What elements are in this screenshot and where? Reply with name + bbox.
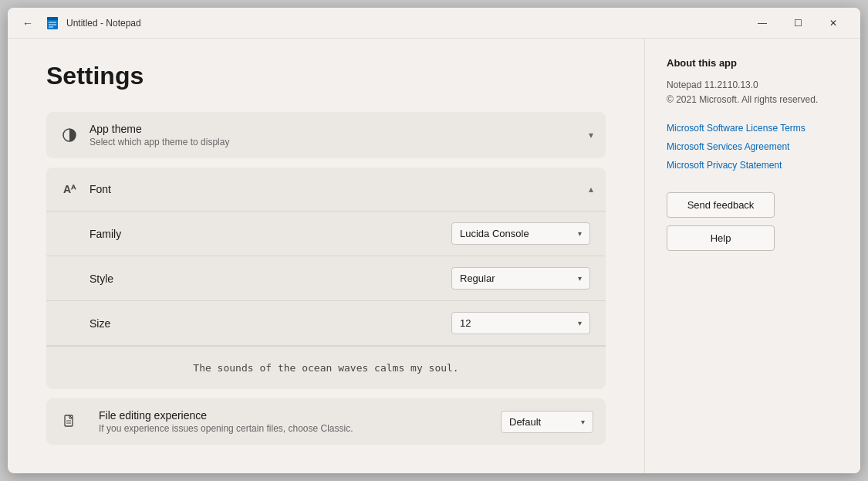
- app-icon: [45, 15, 60, 31]
- back-button[interactable]: ←: [17, 12, 39, 34]
- font-family-dropdown[interactable]: Lucida Console ▾: [451, 222, 590, 245]
- font-info: Font: [90, 183, 589, 195]
- font-size-label: Size: [90, 317, 451, 330]
- font-style-row: Style Regular ▾: [46, 256, 606, 301]
- window-controls: — ☐ ✕: [745, 11, 851, 36]
- font-size-dropdown[interactable]: 12 ▾: [451, 312, 590, 334]
- font-title: Font: [90, 183, 589, 195]
- font-size-dropdown-arrow-icon: ▾: [578, 319, 582, 327]
- file-editing-subtitle: If you experience issues opening certain…: [99, 423, 501, 434]
- about-version: Notepad 11.2110.13.0 © 2021 Microsoft. A…: [667, 78, 839, 107]
- font-preview-text: The sounds of the ocean waves calms my s…: [193, 362, 458, 374]
- privacy-statement-link[interactable]: Microsoft Privacy Statement: [667, 160, 839, 171]
- app-theme-section: App theme Select which app theme to disp…: [46, 112, 606, 158]
- font-chevron-icon: ▴: [589, 184, 593, 195]
- font-family-row: Family Lucida Console ▾: [46, 212, 606, 256]
- maximize-button[interactable]: ☐: [780, 11, 816, 36]
- close-button[interactable]: ✕: [816, 11, 851, 36]
- font-style-dropdown-arrow-icon: ▾: [578, 274, 582, 283]
- app-theme-chevron-icon: ▾: [589, 130, 593, 141]
- app-theme-subtitle: Select which app theme to display: [90, 137, 589, 147]
- file-editing-section: File editing experience If you experienc…: [46, 398, 606, 445]
- font-section: Aᴬ Font ▴ Family Lucida Console ▾: [46, 168, 606, 389]
- font-style-dropdown[interactable]: Regular ▾: [451, 267, 590, 290]
- font-size-row: Size 12 ▾: [46, 301, 606, 346]
- main-window: ← Untitled - Notepad — ☐ ✕ Settings: [8, 8, 860, 473]
- window-title: Untitled - Notepad: [66, 18, 141, 29]
- send-feedback-button[interactable]: Send feedback: [667, 192, 775, 218]
- copyright-text: © 2021 Microsoft. All rights reserved.: [667, 94, 818, 105]
- license-terms-link[interactable]: Microsoft Software License Terms: [667, 123, 839, 134]
- file-editing-icon: [59, 411, 80, 432]
- font-style-label: Style: [90, 273, 451, 285]
- back-icon: ←: [22, 17, 33, 29]
- file-editing-dropdown[interactable]: Default ▾: [501, 411, 593, 433]
- app-theme-header[interactable]: App theme Select which app theme to disp…: [46, 112, 606, 158]
- font-family-label: Family: [90, 228, 451, 240]
- help-button[interactable]: Help: [667, 225, 775, 251]
- file-editing-info: File editing experience If you experienc…: [99, 409, 501, 434]
- font-family-value: Lucida Console: [460, 228, 529, 239]
- app-theme-title: App theme: [90, 123, 589, 135]
- services-agreement-link[interactable]: Microsoft Services Agreement: [667, 141, 839, 152]
- theme-icon: [59, 124, 80, 146]
- svg-rect-1: [47, 17, 58, 20]
- font-preview: The sounds of the ocean waves calms my s…: [46, 346, 606, 389]
- font-style-value: Regular: [460, 273, 495, 284]
- font-size-value: 12: [460, 317, 471, 329]
- right-panel: About this app Notepad 11.2110.13.0 © 20…: [644, 39, 860, 473]
- page-title: Settings: [46, 62, 606, 90]
- minimize-button[interactable]: —: [745, 11, 780, 36]
- main-content: Settings App theme Select which app them…: [8, 39, 860, 473]
- file-editing-header: File editing experience If you experienc…: [46, 398, 606, 445]
- file-editing-title: File editing experience: [99, 409, 501, 422]
- font-header[interactable]: Aᴬ Font ▴: [46, 168, 606, 212]
- app-theme-info: App theme Select which app theme to disp…: [90, 123, 589, 147]
- about-title: About this app: [667, 57, 839, 69]
- title-bar: ← Untitled - Notepad — ☐ ✕: [8, 8, 860, 39]
- title-bar-left: ← Untitled - Notepad: [17, 12, 745, 34]
- font-icon: Aᴬ: [59, 178, 80, 200]
- file-editing-dropdown-arrow-icon: ▾: [581, 418, 585, 426]
- file-editing-value: Default: [509, 416, 541, 428]
- version-text: Notepad 11.2110.13.0: [667, 80, 758, 90]
- settings-panel: Settings App theme Select which app them…: [8, 39, 644, 473]
- font-family-dropdown-arrow-icon: ▾: [578, 229, 582, 238]
